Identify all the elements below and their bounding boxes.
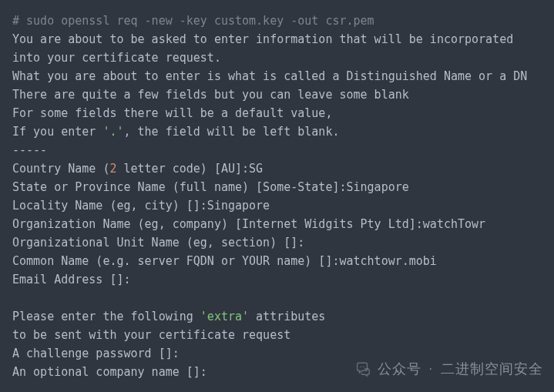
- locality-line: Locality Name (eg, city) []:Singapore: [12, 199, 270, 213]
- extra-line-2: to be sent with your certificate request: [12, 328, 290, 342]
- command-line: # sudo openssl req -new -key custom.key …: [12, 14, 374, 28]
- intro-line-6c: , the field will be left blank.: [124, 125, 340, 139]
- intro-line-3: What you are about to enter is what is c…: [12, 69, 527, 83]
- country-post: letter code) [AU]:SG: [116, 162, 263, 176]
- intro-line-5: For some fields there will be a default …: [12, 106, 332, 120]
- ou-line: Organizational Unit Name (eg, section) […: [12, 236, 304, 250]
- intro-line-6a: If you enter: [12, 125, 102, 139]
- cn-line: Common Name (e.g. server FQDN or YOUR na…: [12, 254, 437, 268]
- terminal-output: # sudo openssl req -new -key custom.key …: [0, 0, 554, 389]
- extra-line-1a: Please enter the following: [12, 310, 200, 323]
- intro-line-2: into your certificate request.: [12, 51, 221, 65]
- extra-line-1c: attributes: [249, 310, 325, 323]
- dot-literal: '.': [102, 125, 123, 139]
- intro-line-4: There are quite a few fields but you can…: [12, 88, 409, 102]
- org-line: Organization Name (eg, company) [Interne…: [12, 217, 485, 231]
- intro-line-1: You are about to be asked to enter infor…: [12, 32, 513, 46]
- country-pre: Country Name (: [12, 162, 109, 176]
- optcompany-line: An optional company name []:: [12, 365, 207, 379]
- email-line: Email Address []:: [12, 273, 131, 286]
- separator: -----: [12, 143, 47, 157]
- challenge-line: A challenge password []:: [12, 347, 180, 360]
- extra-literal: 'extra': [200, 310, 249, 323]
- state-line: State or Province Name (full name) [Some…: [12, 180, 409, 194]
